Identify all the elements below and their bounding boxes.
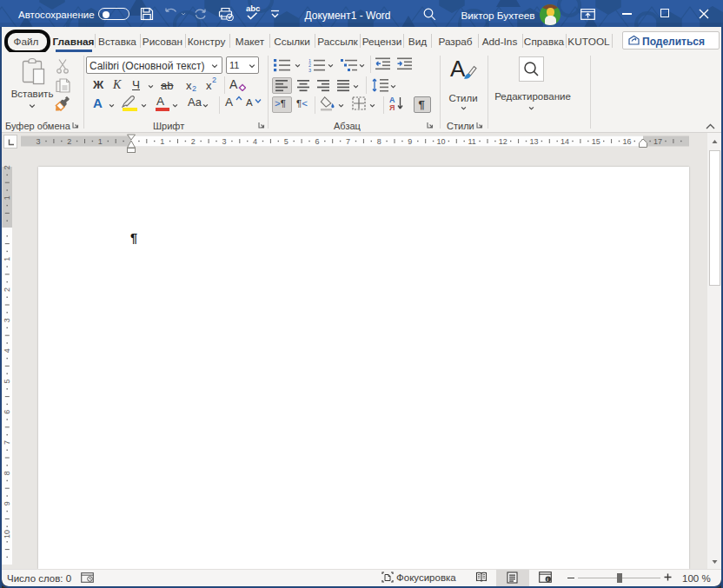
- svg-text:10: 10: [3, 530, 11, 538]
- svg-text:1: 1: [3, 195, 11, 200]
- svg-text:11: 11: [468, 137, 475, 146]
- svg-text:12: 12: [499, 137, 507, 146]
- svg-text:3: 3: [3, 318, 11, 322]
- svg-text:1: 1: [98, 137, 103, 146]
- svg-text:9: 9: [408, 137, 412, 146]
- svg-text:6: 6: [315, 137, 319, 146]
- svg-text:6: 6: [3, 410, 11, 414]
- svg-text:5: 5: [284, 137, 289, 146]
- svg-text:8: 8: [3, 471, 11, 475]
- svg-text:13: 13: [529, 137, 538, 146]
- svg-text:4: 4: [253, 137, 257, 146]
- svg-text:4: 4: [3, 348, 11, 353]
- svg-text:17: 17: [653, 137, 662, 146]
- svg-text:9: 9: [3, 501, 11, 505]
- svg-text:2: 2: [3, 165, 11, 169]
- svg-text:1: 1: [160, 137, 164, 146]
- svg-text:7: 7: [3, 440, 11, 445]
- svg-text:15: 15: [592, 137, 600, 146]
- svg-text:2: 2: [3, 287, 11, 292]
- svg-text:2: 2: [191, 137, 196, 146]
- svg-text:3: 3: [36, 137, 41, 146]
- svg-text:16: 16: [622, 137, 631, 146]
- svg-text:5: 5: [3, 380, 11, 384]
- svg-text:8: 8: [377, 137, 381, 146]
- svg-text:1: 1: [3, 257, 11, 261]
- svg-text:2: 2: [67, 137, 71, 146]
- svg-text:10: 10: [436, 137, 445, 146]
- svg-text:7: 7: [346, 137, 350, 146]
- svg-text:3: 3: [222, 137, 226, 146]
- svg-text:14: 14: [560, 137, 569, 146]
